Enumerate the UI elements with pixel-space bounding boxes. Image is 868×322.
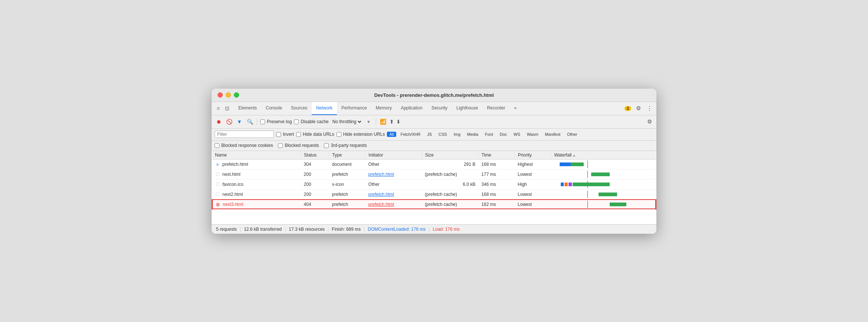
filename[interactable]: favicon.ico <box>222 182 243 187</box>
network-settings-icon[interactable]: ⚙ <box>645 118 653 126</box>
cell-name: ≡ prefetch.html <box>212 159 301 169</box>
upload-icon[interactable]: ⬆ <box>390 119 394 125</box>
initiator-link[interactable]: prefetch.html <box>368 202 394 207</box>
col-initiator[interactable]: Initiator <box>365 151 422 160</box>
col-size[interactable]: Size <box>422 151 478 160</box>
cell-status: 304 <box>301 159 329 169</box>
checkbox-icon: ☐ <box>215 182 220 187</box>
filter-doc[interactable]: Doc <box>497 132 509 137</box>
cell-type: prefetch <box>329 199 365 209</box>
device-icon[interactable]: ⊡ <box>223 105 231 112</box>
cell-waterfall <box>551 189 656 199</box>
third-party-label[interactable]: 3rd-party requests <box>324 143 367 148</box>
col-type[interactable]: Type <box>329 151 365 160</box>
tab-application[interactable]: Application <box>396 102 427 115</box>
settings-icon[interactable]: ⚙ <box>634 104 642 112</box>
table-empty-row <box>212 209 656 224</box>
network-toolbar: ⏺ 🚫 ▼ 🔍 Preserve log Disable cache No th… <box>212 115 656 129</box>
cell-size: (prefetch cache) <box>422 189 478 199</box>
tab-more[interactable]: » <box>510 102 521 115</box>
col-waterfall[interactable]: Waterfall <box>551 151 656 160</box>
filter-font[interactable]: Font <box>483 132 495 137</box>
tab-recorder[interactable]: Recorder <box>483 102 510 115</box>
load-time: Load: 176 ms <box>433 227 460 232</box>
blocked-cookies-checkbox[interactable] <box>215 143 219 148</box>
filename[interactable]: prefetch.html <box>222 162 248 167</box>
filename[interactable]: next3.html <box>223 202 243 207</box>
filter-css[interactable]: CSS <box>436 132 449 137</box>
blocked-requests-label[interactable]: Blocked requests <box>278 143 319 148</box>
table-row[interactable]: ≡ prefetch.html 304 document Other 291 B… <box>212 159 656 169</box>
cell-priority: Lowest <box>515 189 551 199</box>
filter-fetch-xhr[interactable]: Fetch/XHR <box>398 132 423 137</box>
disable-cache-label[interactable]: Disable cache <box>294 119 328 124</box>
filter-manifest[interactable]: Manifest <box>543 132 563 137</box>
hide-data-urls-label[interactable]: Hide data URLs <box>296 132 334 137</box>
cell-size: 291 B <box>422 159 478 169</box>
cell-status: 200 <box>301 169 329 179</box>
cell-time: 162 ms <box>478 199 515 209</box>
tab-console[interactable]: Console <box>261 102 286 115</box>
preserve-log-checkbox[interactable] <box>260 119 265 124</box>
more-menu-icon[interactable]: ⋮ <box>645 104 653 112</box>
filter-img[interactable]: Img <box>451 132 463 137</box>
invert-checkbox[interactable] <box>276 132 281 137</box>
filename[interactable]: next2.html <box>222 192 243 197</box>
clear-button[interactable]: 🚫 <box>225 118 233 126</box>
maximize-button[interactable] <box>234 92 239 98</box>
minimize-button[interactable] <box>226 92 231 98</box>
wifi-icon[interactable]: 📶 <box>379 118 387 126</box>
blocked-requests-checkbox[interactable] <box>278 143 283 148</box>
hide-data-urls-checkbox[interactable] <box>296 132 301 137</box>
tab-sources[interactable]: Sources <box>286 102 312 115</box>
tab-lighthouse[interactable]: Lighthouse <box>452 102 483 115</box>
hide-ext-checkbox[interactable] <box>337 132 341 137</box>
disable-cache-checkbox[interactable] <box>294 119 299 124</box>
blocked-cookies-label[interactable]: Blocked response cookies <box>215 143 273 148</box>
col-time[interactable]: Time <box>478 151 515 160</box>
col-name[interactable]: Name <box>212 151 301 160</box>
filter-wasm[interactable]: Wasm <box>525 132 541 137</box>
record-stop-button[interactable]: ⏺ <box>215 118 223 126</box>
cell-status: 200 <box>301 179 329 189</box>
table-row[interactable]: ☐ next.html 200 prefetch prefetch.html (… <box>212 169 656 179</box>
requests-count: 5 requests <box>216 227 237 232</box>
filter-bar: Invert Hide data URLs Hide extension URL… <box>212 129 656 141</box>
invert-label[interactable]: Invert <box>276 132 294 137</box>
tab-elements[interactable]: Elements <box>234 102 261 115</box>
filter-input[interactable] <box>215 131 274 138</box>
tab-network[interactable]: Network <box>312 102 337 115</box>
cell-priority: Highest <box>515 159 551 169</box>
filter-media[interactable]: Media <box>465 132 480 137</box>
tab-security[interactable]: Security <box>427 102 452 115</box>
table-row[interactable]: ☐ next2.html 200 prefetch prefetch.html … <box>212 189 656 199</box>
throttle-select[interactable]: No throttling Fast 3G Slow 3G Offline <box>331 119 362 125</box>
throttle-down-icon[interactable]: ▾ <box>365 118 373 126</box>
cell-time: 168 ms <box>478 189 515 199</box>
badge-count: 2 <box>625 106 631 111</box>
filter-js[interactable]: JS <box>425 132 434 137</box>
tab-memory[interactable]: Memory <box>371 102 396 115</box>
col-priority[interactable]: Priority <box>515 151 551 160</box>
hide-ext-label[interactable]: Hide extension URLs <box>337 132 385 137</box>
filter-other[interactable]: Other <box>565 132 580 137</box>
filter-icon[interactable]: ▼ <box>235 118 243 126</box>
tab-performance[interactable]: Performance <box>337 102 371 115</box>
cell-waterfall <box>551 179 656 189</box>
cell-time: 346 ms <box>478 179 515 189</box>
inspect-icon[interactable]: ⌗ <box>215 105 222 112</box>
cell-size: (prefetch cache) <box>422 169 478 179</box>
initiator-link[interactable]: prefetch.html <box>368 172 394 177</box>
third-party-checkbox[interactable] <box>324 143 329 148</box>
table-row[interactable]: ⊗ next3.html 404 prefetch prefetch.html … <box>212 199 656 209</box>
table-row[interactable]: ☐ favicon.ico 200 x-icon Other 6.0 kB 34… <box>212 179 656 189</box>
filename[interactable]: next.html <box>222 172 241 177</box>
initiator-link[interactable]: prefetch.html <box>368 192 394 197</box>
close-button[interactable] <box>218 92 223 98</box>
search-icon[interactable]: 🔍 <box>246 118 254 126</box>
download-icon[interactable]: ⬇ <box>396 119 401 125</box>
col-status[interactable]: Status <box>301 151 329 160</box>
filter-ws[interactable]: WS <box>511 132 523 137</box>
preserve-log-label[interactable]: Preserve log <box>260 119 292 124</box>
filter-all[interactable]: All <box>387 132 396 137</box>
